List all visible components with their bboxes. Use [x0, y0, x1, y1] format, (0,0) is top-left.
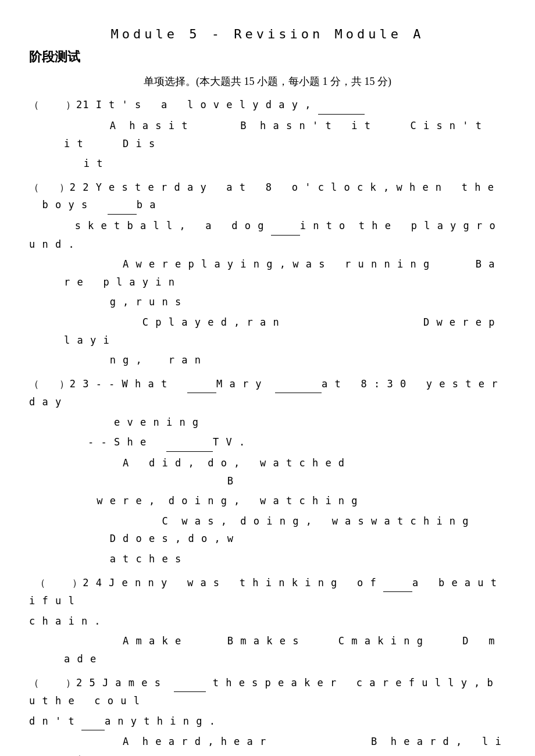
- q22-text2: s k e t b a l l , a d o g i n t o t h e …: [29, 217, 506, 253]
- q22-text1: （ ）2 2 Y e s t e r d a y a t 8 o ' c l o…: [29, 179, 506, 215]
- q23-optA: A d i d , d o , w a t c h e d B: [29, 454, 506, 490]
- q24-options: A m a k e B m a k e s C m a k i n g D m …: [29, 632, 506, 668]
- main-title: Module 5 - Revision Module A: [29, 23, 506, 45]
- q21-options2: i t: [29, 155, 506, 173]
- q23-optB: w e r e , d o i n g , w a t c h i n g: [29, 492, 506, 510]
- q22-optC: C p l a y e d , r a n D w e r e p l a y …: [29, 313, 506, 349]
- question-21: （ ）21 I t ' s a l o v e l y d a y , A h …: [29, 96, 506, 172]
- question-24: （ ）2 4 J e n n y w a s t h i n k i n g o…: [29, 574, 506, 668]
- instructions: 单项选择。(本大题共 15 小题，每小题 1 分，共 15 分): [29, 73, 506, 91]
- q24-text: （ ）2 4 J e n n y w a s t h i n k i n g o…: [29, 574, 506, 610]
- q21-options: A h a s i t B h a s n ' t i t C i s n ' …: [29, 117, 506, 152]
- q25-text2: d n ' t a n y t h i n g .: [29, 712, 506, 731]
- q23-text1: （ ）2 3 - - W h a t M a r y a t 8 : 3 0 y…: [29, 375, 506, 411]
- q22-optB: g , r u n s: [29, 293, 506, 311]
- q24-text2: c h a i n .: [29, 612, 506, 630]
- page-title: Module 5 - Revision Module A 阶段测试: [29, 23, 506, 68]
- question-25: （ ）2 5 J a m e s t h e s p e a k e r c a…: [29, 674, 506, 756]
- q23-text2: - - S h e T V .: [29, 433, 506, 452]
- q23-text1b: e v e n i n g: [29, 413, 506, 432]
- q21-text: （ ）21 I t ' s a l o v e l y d a y ,: [29, 96, 506, 115]
- q22-optD: n g , r a n: [29, 351, 506, 369]
- question-22: （ ）2 2 Y e s t e r d a y a t 8 o ' c l o…: [29, 179, 506, 369]
- q23-optC: C w a s , d o i n g , w a s w a t c h i …: [29, 512, 506, 548]
- q22-optA: A w e r e p l a y i n g , w a s r u n n …: [29, 255, 506, 291]
- question-23: （ ）2 3 - - W h a t M a r y a t 8 : 3 0 y…: [29, 375, 506, 568]
- q25-text: （ ）2 5 J a m e s t h e s p e a k e r c a…: [29, 674, 506, 710]
- subtitle: 阶段测试: [29, 46, 506, 67]
- q25-optA: A h e a r d , h e a r B h e a r d , l i …: [29, 733, 506, 756]
- q23-optD: a t c h e s: [29, 550, 506, 568]
